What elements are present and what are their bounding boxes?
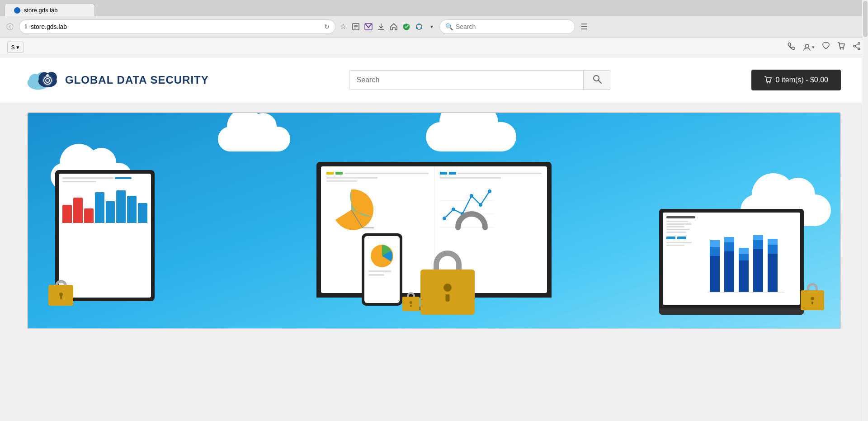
active-tab[interactable]: store.gds.lab — [5, 4, 95, 16]
reading-list-icon[interactable] — [351, 22, 361, 32]
currency-dropdown-icon: ▾ — [16, 44, 19, 51]
logo-icon — [27, 66, 59, 94]
laptop-bar-chart — [705, 229, 787, 301]
phone-chart — [366, 238, 398, 292]
scrollbar[interactable] — [862, 0, 868, 338]
svg-rect-60 — [768, 245, 778, 254]
reload-button[interactable]: ↻ — [324, 23, 330, 30]
svg-point-43 — [488, 189, 491, 193]
address-bar[interactable] — [31, 23, 321, 30]
svg-rect-46 — [368, 274, 384, 276]
header-search[interactable] — [349, 70, 611, 90]
svg-rect-58 — [753, 235, 763, 240]
svg-point-31 — [766, 82, 768, 84]
svg-rect-61 — [768, 239, 778, 245]
svg-point-39 — [452, 208, 455, 211]
tablet-device — [55, 170, 155, 301]
browser-toolbar: ℹ ↻ ☆ — [0, 16, 868, 37]
bookmark-star-icon[interactable]: ☆ — [338, 22, 348, 32]
browser-menu-button[interactable]: ☰ — [578, 22, 590, 32]
svg-point-32 — [769, 82, 770, 84]
currency-symbol: $ — [11, 44, 14, 51]
back-icon — [6, 23, 14, 30]
cart-button[interactable]: 0 item(s) - $0.00 — [751, 70, 841, 90]
phone-device — [362, 233, 402, 306]
cloud-1 — [218, 127, 290, 151]
svg-point-9 — [418, 24, 420, 25]
svg-rect-56 — [753, 249, 763, 292]
browser-search-bar[interactable]: 🔍 — [439, 19, 575, 34]
user-account-icon[interactable]: ▾ — [803, 43, 815, 52]
svg-rect-55 — [739, 248, 749, 254]
share-icon[interactable] — [853, 42, 861, 52]
svg-point-29 — [594, 76, 599, 81]
padlock-small-left — [48, 285, 73, 306]
browser-search-input[interactable] — [456, 23, 569, 30]
svg-rect-52 — [724, 237, 734, 242]
svg-rect-57 — [753, 240, 763, 249]
svg-line-30 — [599, 80, 601, 83]
search-button[interactable] — [583, 71, 611, 90]
tab-favicon — [14, 7, 20, 14]
svg-rect-48 — [710, 247, 720, 256]
store-header: GLOBAL DATA SECURITY 0 item(s) - $0.00 — [0, 57, 868, 103]
svg-rect-50 — [724, 251, 734, 292]
svg-rect-49 — [710, 240, 720, 247]
svg-point-11 — [416, 27, 418, 29]
svg-line-18 — [855, 44, 858, 46]
tab-title: store.gds.lab — [24, 7, 57, 14]
cart-label: 0 item(s) - $0.00 — [776, 76, 828, 84]
search-input[interactable] — [349, 71, 583, 90]
pie-chart — [326, 187, 376, 232]
svg-point-10 — [420, 27, 422, 29]
padlock-large — [420, 270, 475, 315]
padlock-small-phone — [402, 297, 420, 311]
svg-point-16 — [858, 48, 860, 50]
browser-tabs: store.gds.lab — [0, 0, 868, 16]
svg-point-17 — [854, 45, 855, 47]
svg-point-12 — [805, 44, 809, 48]
cart-toolbar-icon[interactable] — [837, 42, 845, 52]
phone-icon[interactable] — [788, 42, 796, 52]
download-icon[interactable] — [376, 22, 386, 32]
currency-selector[interactable]: $ ▾ — [7, 42, 24, 53]
svg-point-13 — [840, 48, 841, 50]
address-bar-container[interactable]: ℹ ↻ — [19, 19, 335, 34]
svg-point-38 — [443, 217, 446, 220]
svg-point-0 — [7, 24, 13, 30]
svg-point-42 — [479, 203, 482, 207]
store-toolbar-left: $ ▾ — [7, 42, 24, 53]
home-icon[interactable] — [389, 22, 399, 32]
svg-point-14 — [843, 48, 844, 50]
svg-rect-51 — [724, 242, 734, 251]
user-dropdown-arrow: ▾ — [812, 44, 815, 50]
svg-rect-59 — [768, 254, 778, 292]
svg-point-15 — [858, 43, 860, 44]
info-icon: ℹ — [25, 23, 27, 30]
extensions-dropdown-icon[interactable]: ▾ — [427, 22, 437, 32]
store-toolbar-right: ▾ — [788, 42, 861, 52]
extensions-icon[interactable] — [414, 22, 424, 32]
svg-rect-45 — [368, 270, 391, 272]
svg-rect-54 — [739, 254, 749, 260]
back-button[interactable] — [4, 20, 16, 33]
padlock-small-right — [801, 290, 824, 310]
cart-icon — [764, 76, 772, 84]
scrollbar-thumb[interactable] — [863, 1, 868, 37]
browser-search-icon: 🔍 — [445, 23, 453, 30]
svg-rect-47 — [710, 256, 720, 292]
logo-text: GLOBAL DATA SECURITY — [65, 74, 209, 86]
wishlist-heart-icon[interactable] — [822, 42, 830, 52]
pocket-icon[interactable] — [363, 22, 373, 32]
search-icon — [593, 75, 602, 84]
svg-point-41 — [470, 194, 473, 198]
shield-icon[interactable] — [401, 22, 411, 32]
svg-line-19 — [855, 47, 858, 48]
logo-container: GLOBAL DATA SECURITY — [27, 66, 209, 94]
svg-rect-53 — [739, 260, 749, 292]
hero-banner — [27, 112, 841, 329]
cloud-2 — [426, 122, 516, 151]
laptop-device — [659, 209, 804, 315]
store-toolbar: $ ▾ ▾ — [0, 38, 868, 57]
line-chart — [440, 182, 494, 237]
